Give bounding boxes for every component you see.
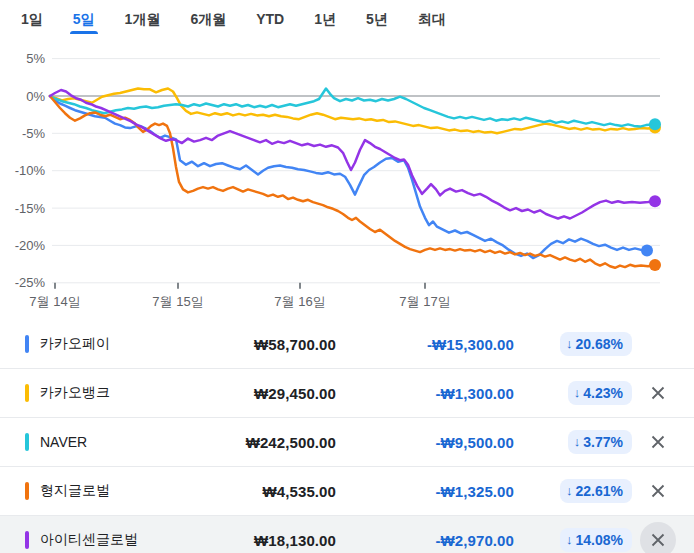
close-icon xyxy=(650,385,666,401)
change-percent-value: 20.68% xyxy=(576,337,623,351)
time-range-tab[interactable]: 5일 xyxy=(72,2,96,37)
stock-change: -₩1,300.00 xyxy=(336,385,514,402)
time-range-tab[interactable]: 1년 xyxy=(313,2,337,37)
price-chart-svg[interactable]: 5%0%-5%-10%-15%-20%-25%7월 14일7월 15일7월 16… xyxy=(0,38,694,318)
change-percent-badge: ↓22.61% xyxy=(560,479,632,503)
stock-name: 형지글로벌 xyxy=(40,482,110,500)
change-percent-cell: ↓14.08% xyxy=(514,528,632,552)
series-line xyxy=(50,90,655,219)
series-color-indicator xyxy=(25,384,29,402)
series-end-dot xyxy=(649,118,661,130)
stock-change: -₩2,970.00 xyxy=(336,532,514,549)
y-axis-label: -20% xyxy=(15,238,46,253)
time-range-tab[interactable]: YTD xyxy=(255,2,285,37)
stock-name-cell: 아이티센글로벌 xyxy=(25,531,186,549)
stock-name-cell: 형지글로벌 xyxy=(25,482,186,500)
stock-name: NAVER xyxy=(40,434,87,450)
change-percent-cell: ↓3.77% xyxy=(514,430,632,454)
stock-name-cell: 카카오뱅크 xyxy=(25,384,186,402)
y-axis-label: 0% xyxy=(26,89,45,104)
stock-name: 아이티센글로벌 xyxy=(40,531,138,549)
change-percent-cell: ↓20.68% xyxy=(514,332,632,356)
stock-name-cell: 카카오페이 xyxy=(25,335,186,353)
stock-comparison-panel: 1일5일1개월6개월YTD1년5년최대 5%0%-5%-10%-15%-20%-… xyxy=(0,0,694,553)
stock-price: ₩29,450.00 xyxy=(186,385,336,402)
series-line xyxy=(50,96,647,258)
series-end-dot xyxy=(641,245,653,257)
close-icon xyxy=(650,434,666,450)
table-row[interactable]: 형지글로벌₩4,535.00-₩1,325.00↓22.61% xyxy=(0,467,694,516)
stock-price: ₩58,700.00 xyxy=(186,336,336,353)
table-row[interactable]: 아이티센글로벌₩18,130.00-₩2,970.00↓14.08% xyxy=(0,516,694,553)
series-line xyxy=(50,89,655,127)
change-percent-badge: ↓4.23% xyxy=(568,381,632,405)
down-arrow-icon: ↓ xyxy=(574,435,581,449)
stock-name-cell: NAVER xyxy=(25,433,186,451)
series-color-indicator xyxy=(25,433,29,451)
table-row[interactable]: NAVER₩242,500.00-₩9,500.00↓3.77% xyxy=(0,418,694,467)
change-percent-value: 14.08% xyxy=(576,533,623,547)
y-axis-label: 5% xyxy=(26,51,45,66)
series-end-dot xyxy=(649,195,661,207)
stock-price: ₩4,535.00 xyxy=(186,483,336,500)
time-range-tab[interactable]: 최대 xyxy=(417,2,447,37)
close-cell xyxy=(632,375,684,411)
x-axis-label: 7월 15일 xyxy=(152,294,203,309)
change-percent-cell: ↓4.23% xyxy=(514,381,632,405)
y-axis-label: -25% xyxy=(15,275,46,290)
time-range-tab[interactable]: 1일 xyxy=(20,2,44,37)
table-row[interactable]: 카카오페이₩58,700.00-₩15,300.00↓20.68% xyxy=(0,320,694,369)
change-percent-badge: ↓20.68% xyxy=(560,332,632,356)
price-chart[interactable]: 5%0%-5%-10%-15%-20%-25%7월 14일7월 15일7월 16… xyxy=(0,38,694,318)
change-percent-value: 4.23% xyxy=(583,386,623,400)
series-color-indicator xyxy=(25,482,29,500)
time-range-tab[interactable]: 6개월 xyxy=(189,2,227,37)
close-cell xyxy=(632,424,684,460)
down-arrow-icon: ↓ xyxy=(566,484,573,498)
stock-change: -₩15,300.00 xyxy=(336,336,514,353)
down-arrow-icon: ↓ xyxy=(566,533,573,547)
series-color-indicator xyxy=(25,531,29,549)
stock-price: ₩242,500.00 xyxy=(186,434,336,451)
time-range-tab[interactable]: 1개월 xyxy=(124,2,162,37)
change-percent-value: 22.61% xyxy=(576,484,623,498)
down-arrow-icon: ↓ xyxy=(574,386,581,400)
change-percent-value: 3.77% xyxy=(583,435,623,449)
change-percent-badge: ↓3.77% xyxy=(568,430,632,454)
y-axis-label: -10% xyxy=(15,163,46,178)
stock-name: 카카오뱅크 xyxy=(40,384,110,402)
change-percent-cell: ↓22.61% xyxy=(514,479,632,503)
stock-price: ₩18,130.00 xyxy=(186,532,336,549)
remove-stock-button[interactable] xyxy=(640,424,676,460)
watchlist-table: 카카오페이₩58,700.00-₩15,300.00↓20.68%카카오뱅크₩2… xyxy=(0,320,694,553)
y-axis-label: -5% xyxy=(22,126,46,141)
change-percent-badge: ↓14.08% xyxy=(560,528,632,552)
series-color-indicator xyxy=(25,335,29,353)
x-axis-label: 7월 17일 xyxy=(399,294,450,309)
table-row[interactable]: 카카오뱅크₩29,450.00-₩1,300.00↓4.23% xyxy=(0,369,694,418)
y-axis-label: -15% xyxy=(15,201,46,216)
x-axis-label: 7월 14일 xyxy=(29,294,80,309)
close-cell xyxy=(632,522,684,553)
stock-change: -₩9,500.00 xyxy=(336,434,514,451)
time-range-tab[interactable]: 5년 xyxy=(365,2,389,37)
close-icon xyxy=(650,483,666,499)
remove-stock-button[interactable] xyxy=(640,473,676,509)
stock-change: -₩1,325.00 xyxy=(336,483,514,500)
close-icon xyxy=(650,532,666,548)
close-cell xyxy=(632,473,684,509)
remove-stock-button[interactable] xyxy=(640,522,676,553)
down-arrow-icon: ↓ xyxy=(566,337,573,351)
remove-stock-button[interactable] xyxy=(640,375,676,411)
series-end-dot xyxy=(649,259,661,271)
stock-name: 카카오페이 xyxy=(40,335,110,353)
x-axis-label: 7월 16일 xyxy=(274,294,325,309)
time-range-tabs: 1일5일1개월6개월YTD1년5년최대 xyxy=(0,0,694,38)
